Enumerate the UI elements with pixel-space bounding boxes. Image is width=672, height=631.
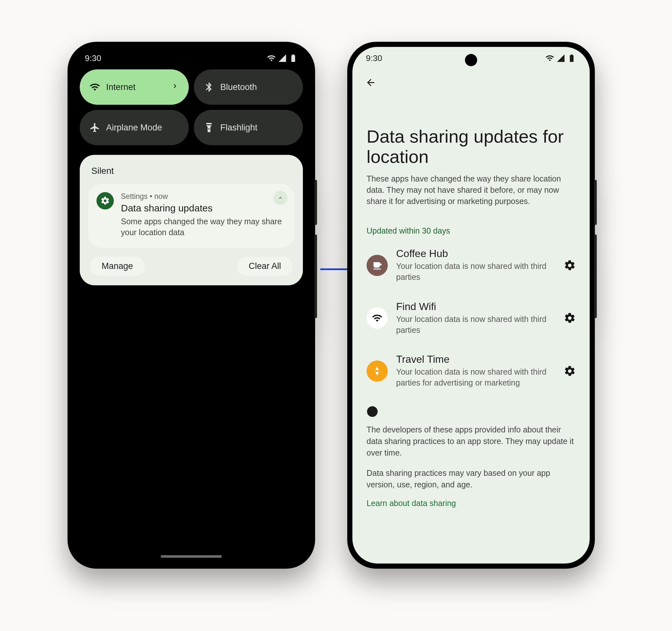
cell-icon — [556, 54, 565, 62]
info-paragraph: Data sharing practices may vary based on… — [366, 467, 576, 490]
collapse-button[interactable] — [273, 191, 287, 205]
status-time: 9:30 — [366, 53, 382, 63]
info-paragraph: The developers of these apps provided in… — [366, 424, 576, 459]
app-row-coffee-hub[interactable]: Coffee Hub Your location data is now sha… — [353, 239, 590, 292]
status-time: 9:30 — [85, 53, 101, 63]
notification-panel: Silent Settings • now Data sharing updat… — [80, 155, 303, 285]
app-desc: Your location data is now shared with th… — [396, 261, 554, 283]
bluetooth-icon — [203, 82, 214, 93]
qs-tile-internet[interactable]: Internet — [80, 69, 189, 105]
svg-point-4 — [372, 409, 373, 410]
battery-icon — [289, 54, 298, 62]
battery-icon — [567, 54, 576, 62]
page-subtitle: These apps have changed the way they sha… — [353, 173, 590, 219]
app-settings-button[interactable] — [562, 310, 577, 326]
section-header: Updated within 30 days — [353, 219, 590, 239]
side-button — [314, 234, 317, 318]
qs-tile-label: Bluetooth — [220, 82, 257, 92]
quick-settings: Internet Bluetooth Airplane Mode Flashli… — [73, 69, 310, 145]
app-desc: Your location data is now shared with th… — [396, 367, 554, 388]
app-settings-button[interactable] — [562, 258, 577, 273]
wifi-icon — [267, 54, 276, 62]
status-bar: 9:30 — [73, 47, 310, 69]
app-row-travel-time[interactable]: Travel Time Your location data is now sh… — [353, 345, 590, 398]
phone-settings-page: 9:30 Data sharing updates for location T… — [347, 42, 595, 569]
airplane-icon — [89, 122, 100, 133]
learn-more-link[interactable]: Learn about data sharing — [366, 499, 576, 508]
gear-icon — [563, 259, 576, 272]
coffee-icon — [366, 255, 388, 276]
screen: 9:30 Internet Bluetooth — [73, 47, 310, 563]
clear-all-button[interactable]: Clear All — [237, 257, 293, 276]
notification-title: Data sharing updates — [121, 203, 286, 213]
info-icon — [366, 406, 576, 419]
notification-meta: Settings • now — [121, 192, 286, 201]
cell-icon — [278, 54, 287, 62]
app-name: Travel Time — [396, 353, 554, 365]
back-button[interactable] — [362, 74, 379, 91]
gear-icon — [563, 365, 576, 377]
nav-handle[interactable] — [161, 555, 222, 558]
status-indicators — [267, 54, 298, 62]
qs-tile-bluetooth[interactable]: Bluetooth — [194, 69, 303, 105]
status-indicators — [545, 54, 576, 62]
app-name: Coffee Hub — [396, 248, 554, 260]
wifi-icon — [545, 54, 554, 62]
notification-body: Some apps changed the way they may share… — [121, 216, 286, 238]
info-block: The developers of these apps provided in… — [353, 398, 590, 508]
side-button — [594, 180, 597, 225]
chevron-right-icon — [171, 82, 179, 93]
app-desc: Your location data is now shared with th… — [396, 314, 554, 336]
qs-tile-airplane[interactable]: Airplane Mode — [80, 110, 189, 145]
notification-section-label: Silent — [91, 166, 291, 176]
manage-button[interactable]: Manage — [90, 257, 145, 276]
phone-notification-shade: 9:30 Internet Bluetooth — [68, 42, 315, 569]
app-name: Find Wifi — [396, 301, 554, 312]
page-title: Data sharing updates for location — [353, 91, 590, 173]
qs-tile-label: Flashlight — [220, 123, 258, 133]
notification-data-sharing[interactable]: Settings • now Data sharing updates Some… — [88, 184, 294, 248]
flashlight-icon — [203, 122, 214, 133]
travel-icon — [366, 360, 388, 382]
chevron-up-icon — [278, 195, 283, 201]
qs-tile-flashlight[interactable]: Flashlight — [194, 110, 303, 145]
qs-tile-label: Internet — [106, 82, 136, 92]
side-button — [594, 234, 597, 318]
gear-icon — [563, 312, 576, 324]
camera-notch — [465, 54, 477, 66]
side-button — [314, 180, 317, 225]
screen: 9:30 Data sharing updates for location T… — [353, 47, 590, 563]
app-row-find-wifi[interactable]: Find Wifi Your location data is now shar… — [353, 292, 590, 345]
wifi-app-icon — [366, 307, 388, 329]
wifi-icon — [89, 82, 100, 93]
qs-tile-label: Airplane Mode — [106, 123, 162, 133]
settings-app-icon — [96, 192, 114, 209]
arrow-back-icon — [365, 77, 376, 88]
app-settings-button[interactable] — [562, 363, 577, 379]
